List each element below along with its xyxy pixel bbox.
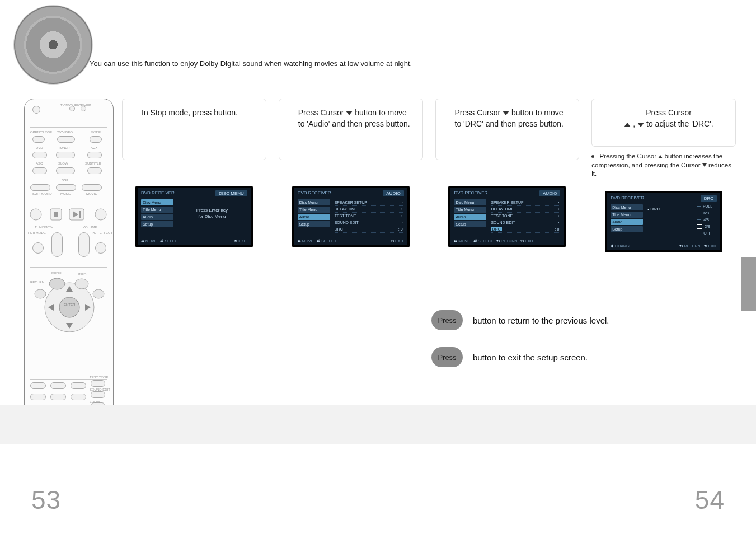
osd-item: Title Menu <box>611 212 643 218</box>
remote-button <box>32 152 47 158</box>
remote-label: DVD <box>36 146 43 149</box>
remote-label: RETURN <box>30 280 44 284</box>
osd-chip: AUDIO <box>539 190 560 196</box>
svg-point-6 <box>95 209 106 220</box>
scale-label: OFF <box>703 231 711 235</box>
remote-button <box>90 136 102 143</box>
cursor-up-icon <box>658 155 663 158</box>
svg-point-16 <box>93 289 104 298</box>
remote-label: MUSIC <box>60 192 71 195</box>
osd-foot: SELECT <box>321 239 336 243</box>
remote-label: ENTER <box>64 303 75 306</box>
osd-foot: ⏎ SELECT <box>160 239 180 243</box>
remote-label: ASC <box>36 162 43 165</box>
osd-item: Audio <box>141 214 173 220</box>
remote-button <box>95 242 106 254</box>
note-text: Pressing the Cursor <box>599 153 658 160</box>
osd-item: Setup <box>141 221 173 227</box>
osd-row: TEST TONE <box>335 214 356 218</box>
press-pill: Press <box>431 347 463 367</box>
osd-foot: ⟲ EXIT <box>234 239 247 243</box>
osd-row: SOUND EDIT <box>491 221 515 224</box>
manual-spread: You can use this function to enjoy Dolby… <box>0 0 756 534</box>
remote-label: SLOW <box>58 162 68 165</box>
drc-scale: FULL 6/8 4/8 2/8 OFF <box>697 203 712 243</box>
remote-label: SUBTITLE <box>85 162 101 165</box>
remote-button <box>57 136 75 143</box>
osd-foot: SELECT <box>478 239 493 243</box>
remote-button <box>30 184 50 191</box>
step-bubble: Press Cursor button to move to 'DRC' and… <box>435 99 580 160</box>
page-number-right: 54 <box>695 485 725 515</box>
step4-note: Pressing the Cursor button increases the… <box>591 152 736 179</box>
remote-label: TEST TONE <box>90 376 108 379</box>
osd-foot: EXIT <box>525 239 534 243</box>
remote-label: SOUND EDIT <box>90 388 110 391</box>
transport-row <box>25 203 114 226</box>
osd-item: Audio <box>611 219 643 225</box>
osd-row: DRC <box>491 227 501 231</box>
osd-foot: EXIT <box>395 239 404 243</box>
cursor-down-icon <box>503 111 509 115</box>
remote-label: MENU <box>51 271 62 275</box>
step-1: In Stop mode, press button. DVD RECEIVER… <box>122 99 266 283</box>
osd-item: Disc Menu <box>611 204 643 210</box>
remote-label: TUNER <box>58 146 70 149</box>
osd-text: Press Enter key <box>196 208 228 213</box>
osd-preview-2: DVD RECEIVER AUDIO Disc Menu Title Menu … <box>292 186 410 247</box>
osd-tab: DVD RECEIVER <box>611 195 644 200</box>
scale-label: 2/8 <box>705 224 710 228</box>
remote-button <box>32 242 44 254</box>
remote-label: AUX <box>91 146 97 149</box>
pill-label: Press <box>438 316 456 325</box>
osd-value: : 0 <box>398 227 403 231</box>
osd-item: Disc Menu <box>298 199 330 205</box>
osd-row: DRC <box>335 227 343 231</box>
remote-button <box>87 167 102 174</box>
volume-rocker <box>78 232 90 257</box>
step-bubble: Press Cursor button to move to 'Audio' a… <box>279 99 423 160</box>
remote-outline: TV DVD RECEIVER OPEN/CLOSE TV/VIDEO MODE… <box>24 99 114 423</box>
osd-text: for Disc Menu <box>198 214 226 219</box>
step-2: Press Cursor button to move to 'Audio' a… <box>279 99 423 283</box>
hints: Press button to return to the previous l… <box>431 310 722 384</box>
remote-label: MOVIE <box>86 192 97 195</box>
remote-button <box>32 136 45 143</box>
remote-label: INFO <box>78 273 86 276</box>
osd-item: Audio <box>454 214 486 220</box>
osd-preview-4: DVD RECEIVER DRC Disc Menu Title Menu Au… <box>605 191 722 252</box>
intro-line: You can use this function to enjoy Dolby… <box>90 59 412 68</box>
step1-text: In Stop mode, press button. <box>142 108 238 117</box>
osd-text: • DRC <box>647 207 660 212</box>
svg-point-14 <box>75 279 88 289</box>
osd-foot: RETURN <box>501 239 517 243</box>
svg-point-13 <box>49 278 65 289</box>
osd-row: DELAY TIME <box>491 207 514 211</box>
remote-button <box>82 184 102 191</box>
osd-row: SPEAKER SETUP <box>491 200 523 204</box>
remote-label: TV/VIDEO <box>57 130 73 134</box>
osd-row: TEST TONE <box>491 214 513 218</box>
power-icon <box>32 106 40 114</box>
osd-chip: DISC MENU <box>215 190 247 196</box>
svg-point-0 <box>30 209 41 220</box>
osd-foot: MOVE <box>458 239 470 243</box>
scale-cursor-icon <box>697 224 702 229</box>
remote-label: PL II EFFECT <box>92 231 112 235</box>
osd-foot: ⬌ MOVE <box>141 239 157 243</box>
cursor-down-icon <box>637 123 644 127</box>
scale-label: 4/8 <box>703 218 709 222</box>
remote-label: MODE <box>91 130 101 134</box>
osd-item: Disc Menu <box>454 199 486 205</box>
page-number-left: 53 <box>31 485 61 515</box>
press-pill: Press <box>431 310 463 330</box>
osd-item: Audio <box>298 214 330 220</box>
step-4: Press Cursor , to adjust the 'DRC'. Pres… <box>591 99 736 283</box>
osd-row: SOUND EDIT <box>335 221 359 224</box>
remote-label: TV DVD RECEIVER <box>60 104 91 107</box>
osd-chip: AUDIO <box>383 190 403 196</box>
osd-row: DELAY TIME <box>335 207 358 211</box>
osd-foot: RETURN <box>684 244 700 248</box>
svg-rect-2 <box>54 212 58 217</box>
osd-tab: DVD RECEIVER <box>141 190 175 195</box>
